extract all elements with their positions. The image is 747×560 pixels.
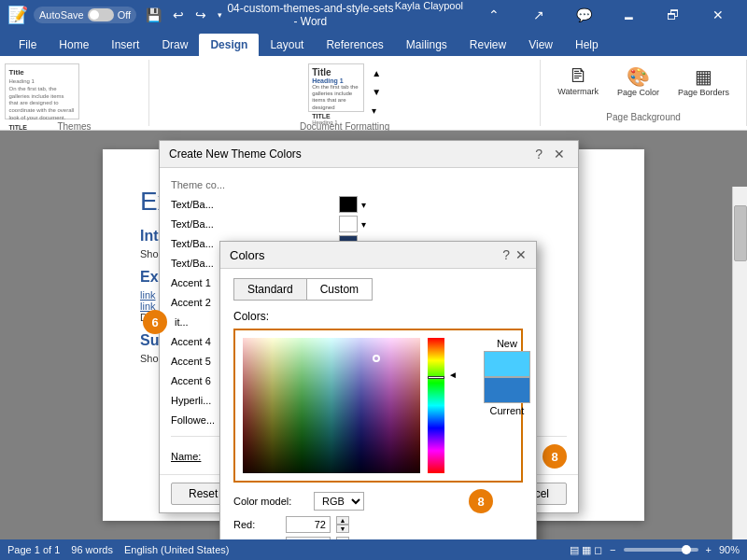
page-background-content: 🖹 Watermark 🎨 Page Color ▦ Page Borders bbox=[552, 63, 735, 110]
custom-tab[interactable]: Custom bbox=[306, 278, 373, 301]
tab-mailings[interactable]: Mailings bbox=[395, 34, 458, 56]
color-picker-section: ◄ New Current bbox=[233, 329, 523, 483]
tab-file[interactable]: File bbox=[7, 34, 48, 56]
create-theme-titlebar: Create New Theme Colors ? ✕ bbox=[160, 141, 578, 168]
autosave-label: AutoSave bbox=[39, 9, 84, 21]
tab-draw[interactable]: Draw bbox=[150, 34, 199, 56]
zoom-level: 90% bbox=[719, 544, 740, 555]
tab-design[interactable]: Design bbox=[199, 34, 259, 56]
step-badge-6: 6 bbox=[143, 310, 167, 334]
hue-marker bbox=[428, 376, 444, 379]
current-swatch bbox=[484, 377, 530, 403]
theme-row-1-dropdown[interactable]: ▾ bbox=[361, 219, 366, 230]
minimize-btn[interactable]: 🗕 bbox=[607, 0, 650, 30]
tab-view[interactable]: View bbox=[517, 34, 564, 56]
red-label: Red: bbox=[233, 519, 280, 530]
ribbon-toggle-btn[interactable]: ⌃ bbox=[472, 0, 515, 30]
user-name: Kayla Claypool bbox=[395, 0, 463, 30]
redo-icon[interactable]: ↪ bbox=[191, 6, 210, 24]
red-input[interactable] bbox=[286, 516, 331, 533]
colors-dialog-title: Colors bbox=[230, 248, 265, 262]
status-bar: Page 1 of 1 96 words English (United Sta… bbox=[0, 539, 747, 560]
tab-home[interactable]: Home bbox=[48, 34, 100, 56]
status-right: ▤ ▦ ◻ − + 90% bbox=[570, 544, 740, 556]
zoom-slider[interactable] bbox=[624, 548, 698, 552]
tab-review[interactable]: Review bbox=[458, 34, 517, 56]
scrollbar[interactable] bbox=[732, 187, 747, 539]
zoom-plus[interactable]: + bbox=[706, 544, 712, 555]
colors-tabs: Standard Custom bbox=[233, 278, 523, 301]
title-bar-right: Kayla Claypool ⌃ ↗ 💬 🗕 🗗 ✕ bbox=[395, 0, 740, 30]
green-row: Green: ▲ ▼ bbox=[233, 537, 523, 539]
colors-dialog-titlebar-icons: ? ✕ bbox=[502, 247, 527, 262]
color-controls: New Current bbox=[465, 338, 530, 473]
color-model-select[interactable]: RGB HSL bbox=[314, 492, 364, 511]
tab-help[interactable]: Help bbox=[564, 34, 610, 56]
dropdown-icon[interactable]: ▾ bbox=[214, 8, 226, 21]
standard-tab[interactable]: Standard bbox=[233, 278, 306, 301]
create-theme-help-icon[interactable]: ? bbox=[531, 147, 546, 161]
scroll-thumb[interactable] bbox=[734, 205, 747, 261]
language: English (United States) bbox=[124, 544, 230, 555]
create-theme-title: Create New Theme Colors bbox=[169, 147, 302, 161]
autosave-control[interactable]: AutoSave Off bbox=[34, 7, 136, 23]
color-model-label: Color model: bbox=[233, 496, 308, 507]
word-count: 96 words bbox=[71, 544, 113, 555]
colors-dialog-close-icon[interactable]: ✕ bbox=[515, 247, 527, 262]
quick-access-toolbar: 💾 ↩ ↪ ▾ bbox=[142, 6, 226, 24]
title-bar-left: 📝 AutoSave Off 💾 ↩ ↪ ▾ bbox=[7, 5, 226, 25]
window-title: 04-custom-themes-and-style-sets - Word bbox=[226, 2, 394, 28]
step-badge-8-name: 8 bbox=[543, 444, 567, 469]
theme-row-1-swatch[interactable] bbox=[339, 216, 358, 232]
doc-formatting-content: Title Heading 1 On the first tab the gal… bbox=[308, 63, 381, 119]
view-icons[interactable]: ▤ ▦ ◻ bbox=[570, 544, 602, 556]
theme-row-0-swatch[interactable] bbox=[339, 196, 358, 213]
current-label: Current bbox=[484, 405, 530, 416]
colors-dialog-titlebar: Colors ? ✕ bbox=[220, 242, 536, 269]
watermark-icon: 🖹 bbox=[569, 65, 587, 87]
create-theme-titlebar-icons: ? ✕ bbox=[531, 147, 569, 161]
tab-layout[interactable]: Layout bbox=[259, 34, 315, 56]
name-label: Name: bbox=[171, 451, 218, 462]
page-borders-btn[interactable]: ▦ Page Borders bbox=[672, 63, 735, 99]
ribbon-tab-bar: File Home Insert Draw Design Layout Refe… bbox=[0, 30, 747, 56]
tab-references[interactable]: References bbox=[315, 34, 394, 56]
zoom-minus[interactable]: − bbox=[610, 544, 615, 555]
style1[interactable]: Title Heading 1 On the first tab the gal… bbox=[308, 63, 364, 112]
themes-preview[interactable]: Title Heading 1On the first tab, the gal… bbox=[5, 63, 145, 119]
new-swatch bbox=[484, 351, 530, 377]
new-label: New bbox=[484, 338, 530, 349]
document-formatting-group: Title Heading 1 On the first tab the gal… bbox=[149, 60, 541, 126]
red-down-btn[interactable]: ▼ bbox=[336, 525, 349, 533]
status-left: Page 1 of 1 96 words English (United Sta… bbox=[7, 544, 229, 555]
share-btn[interactable]: ↗ bbox=[517, 0, 560, 30]
autosave-state: Off bbox=[118, 9, 131, 21]
comments-btn[interactable]: 💬 bbox=[562, 0, 605, 30]
color-preview: New Current bbox=[484, 338, 530, 416]
save-icon[interactable]: 💾 bbox=[142, 6, 165, 24]
tab-insert[interactable]: Insert bbox=[100, 34, 150, 56]
zoom-thumb[interactable] bbox=[682, 545, 691, 554]
green-spinner: ▲ ▼ bbox=[336, 537, 349, 539]
page-color-icon: 🎨 bbox=[627, 65, 650, 88]
watermark-btn[interactable]: 🖹 Watermark bbox=[552, 63, 604, 98]
colors-dialog-help-icon[interactable]: ? bbox=[502, 247, 510, 262]
crosshair bbox=[373, 355, 380, 362]
themes-group: Title Heading 1On the first tab, the gal… bbox=[0, 60, 149, 126]
theme-doc-preview[interactable]: Title Heading 1On the first tab, the gal… bbox=[5, 63, 79, 119]
hue-slider[interactable] bbox=[428, 338, 444, 473]
undo-icon[interactable]: ↩ bbox=[169, 6, 188, 24]
red-up-btn[interactable]: ▲ bbox=[336, 516, 349, 525]
close-btn[interactable]: ✕ bbox=[697, 0, 740, 30]
autosave-toggle-pill[interactable] bbox=[88, 8, 114, 21]
theme-row-0-dropdown[interactable]: ▾ bbox=[361, 200, 366, 210]
hue-arrow: ◄ bbox=[448, 370, 458, 380]
create-theme-close-icon[interactable]: ✕ bbox=[550, 147, 569, 161]
green-input[interactable] bbox=[286, 537, 331, 539]
style-dropdown[interactable]: ▲ ▼ ▾ bbox=[372, 63, 381, 119]
restore-btn[interactable]: 🗗 bbox=[652, 0, 695, 30]
theme-row-1: Text/Ba... ▾ bbox=[171, 216, 567, 232]
color-spectrum[interactable] bbox=[243, 338, 420, 473]
green-up-btn[interactable]: ▲ bbox=[336, 537, 349, 539]
page-color-btn[interactable]: 🎨 Page Color bbox=[612, 63, 665, 99]
